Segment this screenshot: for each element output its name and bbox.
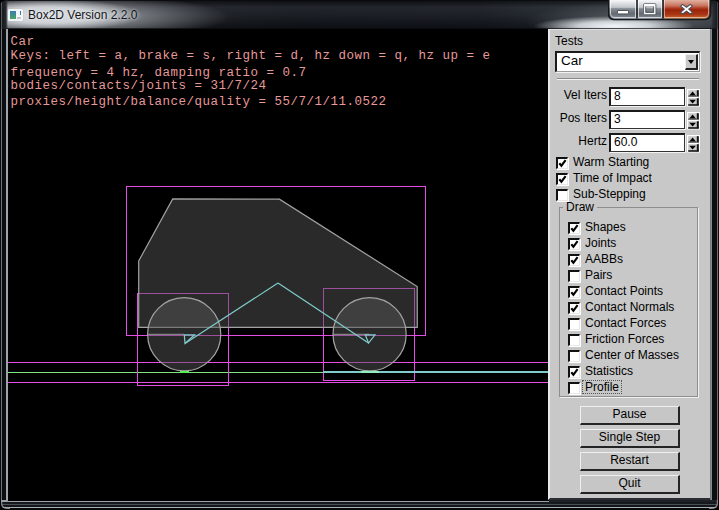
svg-text:Car: Car	[11, 35, 35, 49]
svg-text:Keys: left = a, brake = s, rig: Keys: left = a, brake = s, right = d, hz…	[11, 49, 491, 63]
svg-text:proxies/height/balance/quality: proxies/height/balance/quality = 55/7/1/…	[11, 95, 387, 109]
svg-text:bodies/contacts/joints = 31/7/: bodies/contacts/joints = 31/7/24	[11, 79, 267, 93]
svg-text:frequency = 4 hz, damping rati: frequency = 4 hz, damping ratio = 0.7	[11, 66, 307, 80]
